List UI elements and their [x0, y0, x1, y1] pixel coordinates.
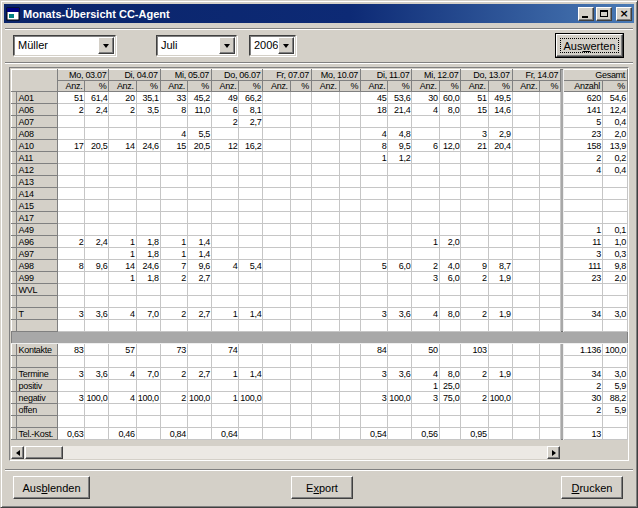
cell-pct [290, 236, 311, 248]
cell-pct [488, 284, 512, 296]
cell-pct [188, 176, 212, 188]
cell-anz: 57 [109, 344, 136, 356]
cell-gesamt-pct: 2,0 [602, 128, 627, 140]
cell-anz [461, 212, 488, 224]
cell-anz [311, 308, 339, 320]
cell-anz [311, 284, 339, 296]
cell-pct [439, 116, 461, 128]
cell-pct [540, 356, 561, 368]
cell-anz [212, 404, 239, 416]
cell-anz: 1 [412, 380, 439, 392]
cell-anz: 3 [58, 392, 85, 404]
cell-pct [439, 344, 461, 356]
col-header-day: Mi, 05.07 [160, 70, 211, 81]
cell-anz [58, 116, 85, 128]
cell-pct [239, 188, 263, 200]
maximize-button[interactable] [596, 7, 612, 21]
cell-gesamt-pct [602, 428, 627, 440]
cell-anz: 8 [160, 104, 187, 116]
cell-anz: 15 [461, 104, 488, 116]
cell-anz [412, 152, 439, 164]
agent-select[interactable]: Müller [13, 35, 116, 56]
cell-pct [188, 284, 212, 296]
cell-anz: 20 [109, 92, 136, 104]
cell-anz [263, 272, 290, 284]
cell-pct [388, 164, 412, 176]
evaluate-button[interactable]: Auswerten [556, 34, 623, 57]
cell-pct [439, 248, 461, 260]
cell-anz [412, 284, 439, 296]
cell-pct [339, 416, 360, 428]
month-select[interactable]: Juli [156, 35, 237, 56]
cell-pct [488, 200, 512, 212]
horizontal-scrollbar[interactable] [11, 446, 560, 459]
cell-anz [512, 152, 539, 164]
cell-pct [85, 320, 109, 332]
minimize-button[interactable] [578, 7, 594, 21]
cell-anz [512, 272, 539, 284]
cell-anz [361, 176, 388, 188]
cell-anz [109, 320, 136, 332]
cell-pct [540, 248, 561, 260]
cell-pct [339, 248, 360, 260]
cell-anz: 83 [58, 344, 85, 356]
cell-pct [339, 344, 360, 356]
cell-pct [439, 356, 461, 368]
cell-pct [339, 308, 360, 320]
cell-anz [160, 116, 187, 128]
cell-pct [136, 296, 160, 308]
cell-gesamt-pct: 54,6 [602, 92, 627, 104]
scrollbar-thumb[interactable] [25, 446, 63, 459]
cell-pct [388, 224, 412, 236]
row-label: A49 [16, 224, 58, 236]
cell-anz [361, 116, 388, 128]
cell-anz [461, 416, 488, 428]
export-button[interactable]: Export [291, 476, 353, 499]
cell-pct [290, 344, 311, 356]
cell-gesamt-anz [564, 356, 603, 368]
arrow-right-icon [552, 450, 556, 456]
cell-pct [540, 200, 561, 212]
cell-pct [388, 320, 412, 332]
table-row: A14 [12, 188, 628, 200]
maximize-icon [600, 10, 608, 17]
table-row: WVL [12, 284, 628, 296]
section-separator-band [12, 332, 628, 344]
row-label: A99 [16, 272, 58, 284]
year-select-arrow[interactable] [278, 37, 294, 54]
cell-anz [160, 380, 187, 392]
cell-gesamt-anz [564, 176, 603, 188]
month-select-arrow[interactable] [219, 37, 235, 54]
close-button[interactable]: × [616, 7, 632, 21]
cell-pct [290, 92, 311, 104]
print-button[interactable]: Drucken [561, 476, 623, 499]
scroll-right-button[interactable] [547, 446, 560, 459]
cell-anz [212, 320, 239, 332]
cell-pct [290, 320, 311, 332]
hide-button[interactable]: Ausblenden [13, 476, 90, 499]
cell-anz: 2 [58, 236, 85, 248]
cell-pct [85, 200, 109, 212]
cell-anz [58, 296, 85, 308]
year-select[interactable]: 2006 [249, 35, 296, 56]
col-header-day: Do, 06.07 [212, 70, 263, 81]
scroll-left-button[interactable] [11, 446, 24, 459]
cell-anz [160, 212, 187, 224]
cell-pct: 3,5 [136, 104, 160, 116]
cell-pct [290, 152, 311, 164]
month-select-value: Juli [161, 39, 178, 51]
cell-pct [339, 236, 360, 248]
agent-select-arrow[interactable] [98, 37, 114, 54]
cell-anz [412, 416, 439, 428]
table-row [12, 296, 628, 308]
cell-anz [212, 212, 239, 224]
cell-gesamt-anz: 13 [564, 428, 603, 440]
cell-anz [311, 92, 339, 104]
cell-anz [461, 176, 488, 188]
cell-pct: 9,6 [188, 260, 212, 272]
cell-pct [540, 128, 561, 140]
cell-pct: 66,2 [239, 92, 263, 104]
cell-anz [311, 272, 339, 284]
cell-anz [311, 224, 339, 236]
cell-anz: 2 [461, 392, 488, 404]
